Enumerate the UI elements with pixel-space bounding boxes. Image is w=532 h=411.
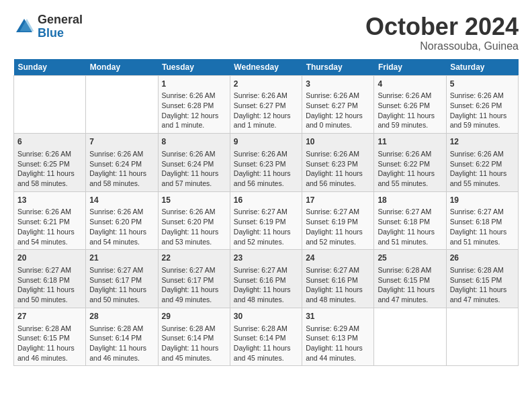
calendar-week-3: 13Sunrise: 6:26 AMSunset: 6:21 PMDayligh… xyxy=(14,191,519,250)
cell-text: Sunrise: 6:27 AM xyxy=(89,265,154,275)
header-cell-saturday: Saturday xyxy=(446,59,518,76)
cell-text: and 57 minutes. xyxy=(162,179,226,189)
location: Norassouba, Guinea xyxy=(365,40,519,52)
cell-text: Sunrise: 6:26 AM xyxy=(306,91,370,101)
calendar-week-1: 1Sunrise: 6:26 AMSunset: 6:28 PMDaylight… xyxy=(14,75,519,134)
cell-text: Sunset: 6:23 PM xyxy=(234,159,298,169)
calendar-cell: 10Sunrise: 6:26 AMSunset: 6:23 PMDayligh… xyxy=(302,134,374,192)
cell-text: Sunset: 6:15 PM xyxy=(378,275,442,285)
calendar-cell: 20Sunrise: 6:27 AMSunset: 6:18 PMDayligh… xyxy=(14,250,86,308)
cell-text: and 51 minutes. xyxy=(450,237,515,247)
cell-text: and 59 minutes. xyxy=(450,120,515,130)
calendar-cell: 24Sunrise: 6:27 AMSunset: 6:16 PMDayligh… xyxy=(302,250,374,308)
cell-text: Sunrise: 6:26 AM xyxy=(17,207,82,217)
day-number: 28 xyxy=(89,311,154,322)
cell-text: Sunrise: 6:27 AM xyxy=(234,265,298,275)
cell-text: Sunset: 6:21 PM xyxy=(17,217,82,227)
cell-text: Sunrise: 6:26 AM xyxy=(234,149,298,159)
header-cell-friday: Friday xyxy=(374,59,446,76)
cell-text: Sunrise: 6:27 AM xyxy=(162,265,226,275)
calendar-cell xyxy=(374,308,446,366)
day-number: 5 xyxy=(450,79,515,90)
cell-text: Daylight: 11 hours xyxy=(89,169,154,179)
cell-text: and 47 minutes. xyxy=(378,295,442,305)
cell-text: Daylight: 11 hours xyxy=(234,227,298,237)
cell-text: and 59 minutes. xyxy=(378,120,442,130)
header-cell-sunday: Sunday xyxy=(14,59,86,76)
cell-text: Sunset: 6:27 PM xyxy=(234,101,298,111)
cell-text: Sunrise: 6:26 AM xyxy=(234,91,298,101)
cell-text: and 53 minutes. xyxy=(162,237,226,247)
calendar-cell: 16Sunrise: 6:27 AMSunset: 6:19 PMDayligh… xyxy=(230,191,302,250)
cell-text: Daylight: 11 hours xyxy=(234,343,298,353)
calendar-cell: 11Sunrise: 6:26 AMSunset: 6:22 PMDayligh… xyxy=(374,134,446,192)
day-number: 6 xyxy=(17,136,82,148)
cell-text: and 48 minutes. xyxy=(306,295,370,305)
day-number: 15 xyxy=(162,195,226,206)
cell-text: Sunset: 6:22 PM xyxy=(378,159,442,169)
calendar-cell: 2Sunrise: 6:26 AMSunset: 6:27 PMDaylight… xyxy=(230,75,302,134)
cell-text: Daylight: 11 hours xyxy=(378,227,442,237)
cell-text: Daylight: 11 hours xyxy=(162,285,226,295)
cell-text: Daylight: 11 hours xyxy=(378,169,442,179)
cell-text: Sunrise: 6:29 AM xyxy=(306,324,370,334)
header-row: SundayMondayTuesdayWednesdayThursdayFrid… xyxy=(14,59,519,76)
cell-text: Sunrise: 6:28 AM xyxy=(89,324,154,334)
cell-text: Sunrise: 6:26 AM xyxy=(378,91,442,101)
cell-text: Sunset: 6:16 PM xyxy=(306,275,370,285)
cell-text: and 45 minutes. xyxy=(234,353,298,363)
cell-text: Sunrise: 6:28 AM xyxy=(378,265,442,275)
day-number: 23 xyxy=(234,253,298,264)
cell-text: Sunset: 6:23 PM xyxy=(306,159,370,169)
cell-text: Sunrise: 6:26 AM xyxy=(450,91,515,101)
cell-text: Sunset: 6:14 PM xyxy=(234,333,298,343)
day-number: 11 xyxy=(378,136,442,148)
calendar-cell: 12Sunrise: 6:26 AMSunset: 6:22 PMDayligh… xyxy=(446,134,518,192)
cell-text: Sunrise: 6:28 AM xyxy=(450,265,515,275)
day-number: 26 xyxy=(450,253,515,264)
calendar-cell: 14Sunrise: 6:26 AMSunset: 6:20 PMDayligh… xyxy=(86,191,158,250)
day-number: 8 xyxy=(162,136,226,148)
cell-text: Sunrise: 6:26 AM xyxy=(450,149,515,159)
day-number: 24 xyxy=(306,253,370,264)
cell-text: Sunset: 6:20 PM xyxy=(162,217,226,227)
day-number: 22 xyxy=(162,253,226,264)
cell-text: Sunrise: 6:26 AM xyxy=(162,207,226,217)
page-header: General Blue October 2024 Norassouba, Gu… xyxy=(13,13,519,52)
cell-text: and 56 minutes. xyxy=(234,179,298,189)
cell-text: Sunrise: 6:27 AM xyxy=(378,207,442,217)
cell-text: Sunset: 6:25 PM xyxy=(17,159,82,169)
calendar-week-4: 20Sunrise: 6:27 AMSunset: 6:18 PMDayligh… xyxy=(14,250,519,308)
calendar-cell: 7Sunrise: 6:26 AMSunset: 6:24 PMDaylight… xyxy=(86,134,158,192)
cell-text: Daylight: 11 hours xyxy=(234,285,298,295)
calendar-cell xyxy=(446,308,518,366)
logo: General Blue xyxy=(13,13,83,40)
calendar-week-5: 27Sunrise: 6:28 AMSunset: 6:15 PMDayligh… xyxy=(14,308,519,366)
cell-text: Daylight: 11 hours xyxy=(17,169,82,179)
cell-text: Sunset: 6:28 PM xyxy=(162,101,226,111)
day-number: 9 xyxy=(234,136,298,148)
cell-text: and 1 minute. xyxy=(162,120,226,130)
cell-text: Daylight: 11 hours xyxy=(234,169,298,179)
cell-text: and 54 minutes. xyxy=(89,237,154,247)
header-cell-tuesday: Tuesday xyxy=(158,59,230,76)
cell-text: and 52 minutes. xyxy=(234,237,298,247)
day-number: 2 xyxy=(234,79,298,90)
cell-text: and 58 minutes. xyxy=(17,179,82,189)
header-cell-thursday: Thursday xyxy=(302,59,374,76)
calendar-cell: 1Sunrise: 6:26 AMSunset: 6:28 PMDaylight… xyxy=(158,75,230,134)
calendar-table: SundayMondayTuesdayWednesdayThursdayFrid… xyxy=(13,59,519,367)
cell-text: Sunrise: 6:27 AM xyxy=(450,207,515,217)
cell-text: Daylight: 11 hours xyxy=(450,169,515,179)
calendar-cell: 13Sunrise: 6:26 AMSunset: 6:21 PMDayligh… xyxy=(14,191,86,250)
cell-text: and 56 minutes. xyxy=(306,179,370,189)
cell-text: Daylight: 11 hours xyxy=(162,169,226,179)
logo-icon xyxy=(13,16,35,38)
cell-text: Sunrise: 6:26 AM xyxy=(89,149,154,159)
cell-text: Daylight: 11 hours xyxy=(162,227,226,237)
cell-text: Sunset: 6:15 PM xyxy=(450,275,515,285)
cell-text: Sunset: 6:22 PM xyxy=(450,159,515,169)
cell-text: Daylight: 12 hours xyxy=(162,111,226,121)
cell-text: Sunset: 6:17 PM xyxy=(162,275,226,285)
cell-text: Sunrise: 6:26 AM xyxy=(162,91,226,101)
